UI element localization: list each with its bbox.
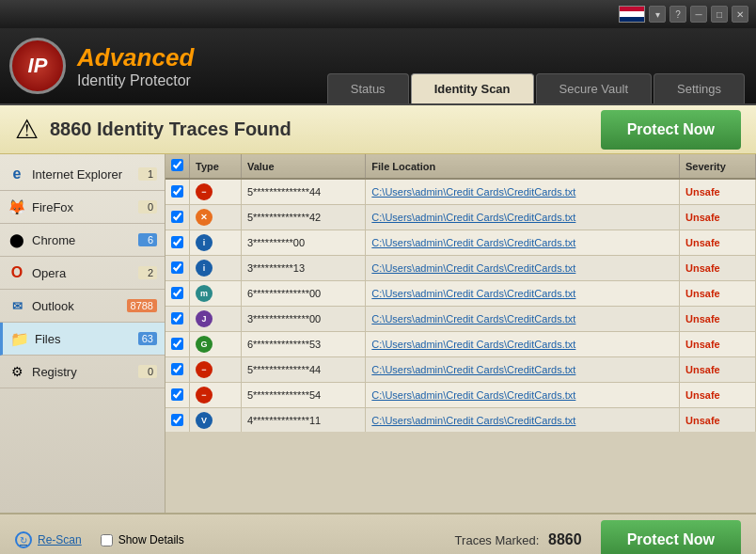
minimize-btn[interactable]: ─ [690, 6, 707, 23]
row-location: C:\Users\admin\Credit Cards\CreditCards.… [366, 281, 680, 307]
row-checkbox-cell [165, 357, 190, 383]
row-severity: Unsafe [680, 281, 756, 307]
col-severity: Severity [680, 154, 756, 179]
files-label: Files [35, 332, 133, 346]
registry-icon: ⚙ [8, 362, 26, 381]
sidebar-item-chrome[interactable]: ⬤ Chrome 6 [0, 224, 165, 257]
table-row: V 4**************11 C:\Users\admin\Credi… [165, 408, 756, 433]
row-checkbox[interactable] [171, 388, 183, 401]
row-checkbox[interactable] [171, 185, 183, 198]
rescan-button[interactable]: ↻ Re-Scan [15, 531, 82, 548]
show-details-checkbox-area[interactable]: Show Details [101, 533, 184, 546]
sidebar-item-registry[interactable]: ⚙ Registry 0 [0, 356, 165, 388]
title-controls: ▾ ? ─ □ ✕ [619, 6, 748, 23]
opera-count: 2 [138, 266, 157, 279]
sidebar-item-firefox[interactable]: 🦊 FireFox 0 [0, 191, 165, 224]
title-bar: ▾ ? ─ □ ✕ [0, 0, 756, 28]
help-btn[interactable]: ? [669, 6, 686, 23]
row-location: C:\Users\admin\Credit Cards\CreditCards.… [366, 179, 680, 205]
chrome-icon: ⬤ [8, 230, 26, 249]
show-details-checkbox[interactable] [101, 534, 113, 546]
tab-identity-scan[interactable]: Identity Scan [411, 73, 534, 103]
app-title-sub: Identity Protector [77, 72, 194, 89]
app-title-block: Advanced Identity Protector [77, 43, 194, 89]
file-location-link[interactable]: C:\Users\admin\Credit Cards\CreditCards.… [371, 415, 575, 426]
row-value: 4**************11 [241, 408, 365, 433]
app-header: IP Advanced Identity Protector Status Id… [0, 28, 756, 105]
select-all-checkbox[interactable] [171, 159, 183, 171]
row-severity: Unsafe [680, 408, 756, 433]
outlook-label: Outlook [32, 299, 121, 313]
row-type: V [190, 408, 242, 433]
file-location-link[interactable]: C:\Users\admin\Credit Cards\CreditCards.… [371, 288, 575, 299]
row-severity: Unsafe [680, 383, 756, 408]
sidebar-item-internet-explorer[interactable]: e Internet Explorer 1 [0, 158, 165, 191]
tab-settings[interactable]: Settings [654, 73, 745, 103]
close-btn[interactable]: ✕ [732, 6, 748, 23]
chrome-label: Chrome [32, 233, 133, 247]
protect-now-button-bottom[interactable]: Protect Now [601, 520, 741, 554]
registry-label: Registry [32, 365, 133, 379]
table-row: − 5**************44 C:\Users\admin\Credi… [165, 357, 756, 383]
firefox-count: 0 [138, 200, 157, 214]
table-scroll[interactable]: Type Value File Location Severity − 5***… [165, 154, 756, 432]
logo-text: IP [28, 54, 48, 78]
file-location-link[interactable]: C:\Users\admin\Credit Cards\CreditCards.… [371, 339, 575, 350]
file-location-link[interactable]: C:\Users\admin\Credit Cards\CreditCards.… [371, 389, 575, 401]
row-severity: Unsafe [680, 179, 756, 205]
row-checkbox-cell [165, 307, 190, 332]
file-location-link[interactable]: C:\Users\admin\Credit Cards\CreditCards.… [371, 364, 575, 375]
file-location-link[interactable]: C:\Users\admin\Credit Cards\CreditCards.… [371, 237, 575, 248]
row-location: C:\Users\admin\Credit Cards\CreditCards.… [366, 332, 680, 357]
row-checkbox-cell [165, 281, 190, 307]
file-location-link[interactable]: C:\Users\admin\Credit Cards\CreditCards.… [371, 262, 575, 274]
outlook-count: 8788 [127, 299, 157, 312]
tab-status[interactable]: Status [327, 73, 409, 103]
row-severity: Unsafe [680, 256, 756, 281]
alert-text: 8860 Identity Traces Found [50, 119, 291, 140]
file-location-link[interactable]: C:\Users\admin\Credit Cards\CreditCards.… [371, 313, 575, 324]
row-checkbox[interactable] [171, 363, 183, 375]
row-checkbox[interactable] [171, 236, 183, 248]
maximize-btn[interactable]: □ [711, 6, 728, 23]
firefox-icon: 🦊 [8, 198, 26, 216]
tab-secure-vault[interactable]: Secure Vault [536, 73, 652, 103]
show-details-label: Show Details [118, 533, 184, 546]
flag-icon[interactable] [619, 6, 645, 23]
severity-badge: Unsafe [685, 364, 720, 375]
row-checkbox-cell [165, 230, 190, 256]
row-value: 5**************42 [241, 205, 365, 230]
table-row: − 5**************44 C:\Users\admin\Credi… [165, 179, 756, 205]
row-checkbox[interactable] [171, 211, 183, 223]
row-type: i [190, 230, 242, 256]
protect-now-button-top[interactable]: Protect Now [601, 110, 741, 150]
dropdown-btn[interactable]: ▾ [649, 6, 666, 23]
ie-icon: e [8, 165, 26, 183]
row-checkbox[interactable] [171, 312, 183, 324]
table-row: − 5**************54 C:\Users\admin\Credi… [165, 383, 756, 408]
row-checkbox[interactable] [171, 261, 183, 274]
alert-bar: ⚠ 8860 Identity Traces Found Protect Now [0, 105, 756, 154]
row-type: − [190, 357, 242, 383]
sidebar-item-opera[interactable]: O Opera 2 [0, 257, 165, 290]
content-area: ⚠ 8860 Identity Traces Found Protect Now… [0, 105, 756, 554]
row-location: C:\Users\admin\Credit Cards\CreditCards.… [366, 408, 680, 433]
row-checkbox[interactable] [171, 414, 183, 426]
sidebar-item-outlook[interactable]: ✉ Outlook 8788 [0, 290, 165, 323]
file-location-link[interactable]: C:\Users\admin\Credit Cards\CreditCards.… [371, 186, 575, 198]
col-location: File Location [366, 154, 680, 179]
severity-badge: Unsafe [685, 186, 720, 198]
row-type: J [190, 307, 242, 332]
row-checkbox[interactable] [171, 338, 183, 350]
row-type: ✕ [190, 205, 242, 230]
row-checkbox-cell [165, 332, 190, 357]
row-severity: Unsafe [680, 332, 756, 357]
file-location-link[interactable]: C:\Users\admin\Credit Cards\CreditCards.… [371, 212, 575, 223]
row-type: − [190, 179, 242, 205]
table-row: J 3**************00 C:\Users\admin\Credi… [165, 307, 756, 332]
outlook-icon: ✉ [8, 296, 26, 315]
row-value: 6**************53 [241, 332, 365, 357]
opera-label: Opera [32, 266, 133, 280]
sidebar-item-files[interactable]: 📁 Files 63 [0, 323, 165, 356]
row-checkbox[interactable] [171, 287, 183, 299]
